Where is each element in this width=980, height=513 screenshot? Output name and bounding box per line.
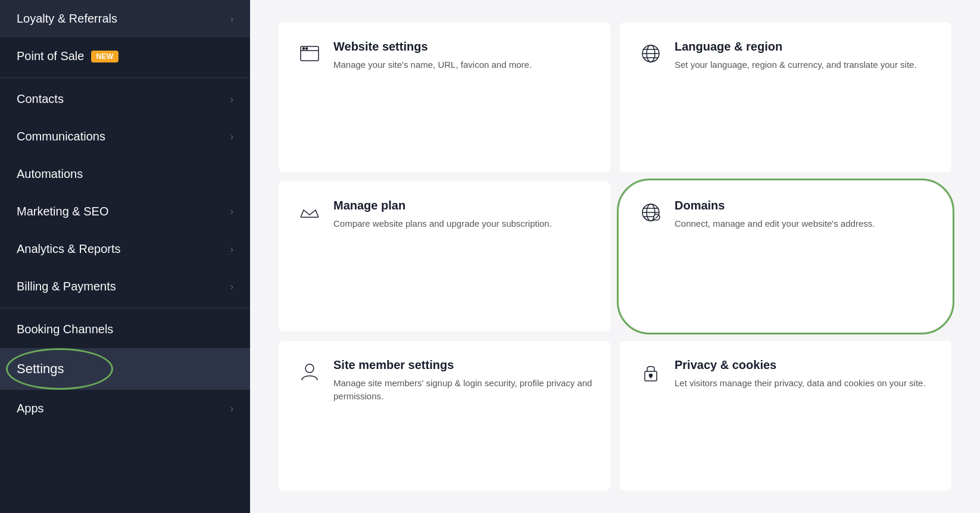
sidebar-item-label: Booking Channels (17, 323, 113, 336)
sidebar: Loyalty & Referrals › Point of Sale NEW … (0, 0, 250, 513)
sidebar-item-label: Settings (17, 361, 64, 377)
card-title: Domains (675, 198, 875, 212)
card-manage-plan[interactable]: Manage plan Compare website plans and up… (279, 182, 610, 331)
sidebar-item-booking-channels[interactable]: Booking Channels (0, 311, 250, 348)
sidebar-item-automations[interactable]: Automations (0, 155, 250, 193)
card-title: Privacy & cookies (675, 358, 926, 372)
sidebar-item-label: Automations (17, 167, 83, 181)
card-text-privacy-cookies: Privacy & cookies Let visitors manage th… (675, 358, 926, 390)
crown-icon (297, 199, 323, 226)
new-badge: NEW (91, 51, 118, 62)
card-text-website-settings: Website settings Manage your site's name… (333, 39, 532, 72)
sidebar-item-label: Apps (17, 402, 44, 415)
sidebar-item-apps[interactable]: Apps › (0, 390, 250, 427)
browser-icon (297, 40, 323, 67)
card-description: Compare website plans and upgrade your s… (333, 217, 552, 231)
main-content: Website settings Manage your site's name… (250, 0, 980, 513)
chevron-right-icon: › (230, 14, 233, 24)
sidebar-item-label: Billing & Payments (17, 280, 116, 293)
sidebar-item-label: Loyalty & Referrals (17, 12, 117, 26)
card-domains[interactable]: Domains Connect, manage and edit your we… (620, 182, 951, 331)
card-description: Set your language, region & currency, an… (675, 58, 917, 72)
svg-point-2 (303, 48, 305, 49)
sidebar-item-label: Contacts (17, 92, 64, 106)
sidebar-item-loyalty-referrals[interactable]: Loyalty & Referrals › (0, 0, 250, 37)
card-title: Manage plan (333, 198, 552, 212)
chevron-right-icon: › (230, 281, 233, 292)
card-privacy-cookies[interactable]: Privacy & cookies Let visitors manage th… (620, 341, 951, 490)
chevron-right-icon: › (230, 132, 233, 142)
sidebar-item-communications[interactable]: Communications › (0, 118, 250, 155)
person-icon (297, 359, 323, 385)
sidebar-divider-2 (0, 308, 250, 308)
svg-point-3 (306, 48, 308, 49)
chevron-right-icon: › (230, 244, 233, 255)
card-title: Site member settings (333, 358, 592, 372)
sidebar-item-marketing-seo[interactable]: Marketing & SEO › (0, 193, 250, 230)
chevron-right-icon: › (230, 207, 233, 217)
card-text-domains: Domains Connect, manage and edit your we… (675, 198, 875, 231)
card-description: Manage site members' signup & login secu… (333, 377, 592, 403)
sidebar-item-point-of-sale[interactable]: Point of Sale NEW (0, 37, 250, 75)
card-description: Manage your site's name, URL, favicon an… (333, 58, 532, 72)
globe-icon (638, 40, 664, 67)
sidebar-item-billing-payments[interactable]: Billing & Payments › (0, 268, 250, 305)
sidebar-item-label: Marketing & SEO (17, 205, 109, 218)
card-description: Connect, manage and edit your website's … (675, 217, 875, 231)
card-text-manage-plan: Manage plan Compare website plans and up… (333, 198, 552, 231)
sidebar-item-settings[interactable]: Settings (0, 348, 250, 390)
card-description: Let visitors manage their privacy, data … (675, 377, 926, 390)
card-title: Website settings (333, 39, 532, 54)
sidebar-item-label: Point of Sale (17, 49, 84, 63)
card-website-settings[interactable]: Website settings Manage your site's name… (279, 23, 610, 172)
sidebar-item-contacts[interactable]: Contacts › (0, 80, 250, 118)
lock-icon (638, 359, 664, 385)
chevron-right-icon: › (230, 94, 233, 105)
sidebar-item-analytics-reports[interactable]: Analytics & Reports › (0, 230, 250, 268)
svg-point-17 (305, 364, 314, 373)
svg-point-19 (650, 374, 653, 377)
sidebar-item-label: Analytics & Reports (17, 242, 121, 256)
chevron-right-icon: › (230, 403, 233, 414)
card-text-site-member-settings: Site member settings Manage site members… (333, 358, 592, 403)
sidebar-item-label: Communications (17, 130, 105, 143)
card-title: Language & region (675, 39, 917, 54)
sidebar-divider-1 (0, 77, 250, 78)
card-language-region[interactable]: Language & region Set your language, reg… (620, 23, 951, 172)
globe-link-icon (638, 199, 664, 226)
card-text-language-region: Language & region Set your language, reg… (675, 39, 917, 72)
item-left-group: Point of Sale NEW (17, 49, 118, 63)
card-site-member-settings[interactable]: Site member settings Manage site members… (279, 341, 610, 490)
